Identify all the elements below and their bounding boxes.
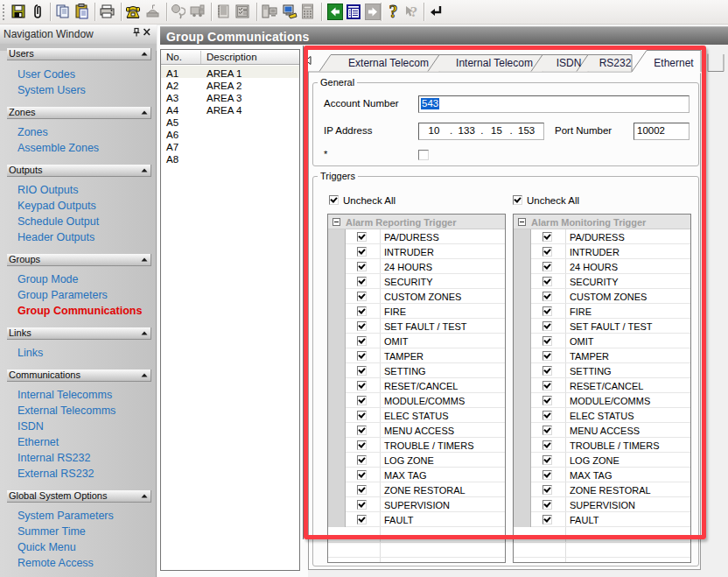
svg-text:?: ?: [410, 4, 418, 20]
svg-text:?: ?: [389, 3, 398, 21]
